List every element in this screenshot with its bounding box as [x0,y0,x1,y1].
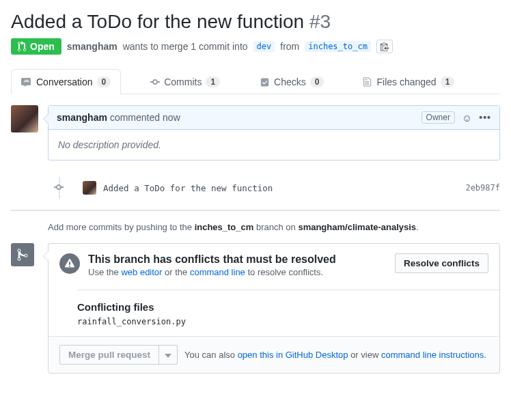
pr-number: #3 [309,11,331,32]
conflict-title: This branch has conflicts that must be r… [88,253,336,266]
chevron-down-icon [165,354,171,358]
tab-files-count: 1 [441,76,455,87]
commit-author-avatar[interactable] [83,181,96,195]
timeline-divider [11,210,500,211]
resolve-conflicts-button[interactable]: Resolve conflicts [395,253,488,273]
git-pull-request-icon [18,41,27,52]
comment-body: No description provided. [49,130,499,160]
tab-files-label: Files changed [376,76,436,87]
clipboard-icon [380,42,389,51]
tab-conversation[interactable]: Conversation 0 [11,69,121,94]
pr-author[interactable]: smangham [67,41,118,52]
commit-sha[interactable]: 2eb987f [465,183,500,193]
state-open-badge: Open [11,38,61,55]
copy-branch-button[interactable] [376,40,393,53]
merge-status-icon-box [11,243,34,266]
commit-icon [54,182,64,193]
commits-icon [150,76,160,87]
pr-meta: Open smangham wants to merge 1 commit in… [11,38,500,55]
merge-phrase-2: from [280,41,299,52]
merge-pr-dropdown[interactable] [159,345,178,365]
merge-footer: Merge pull request You can also open thi… [49,336,499,373]
tab-checks-count: 0 [310,76,324,87]
add-reaction-button[interactable]: ☺ [462,112,472,124]
merge-pr-button[interactable]: Merge pull request [59,345,159,365]
merge-panel: This branch has conflicts that must be r… [48,243,500,374]
pr-tabs: Conversation 0 Commits 1 Checks 0 Files … [11,68,500,94]
tab-commits-count: 1 [206,76,220,87]
tab-commits-label: Commits [164,76,202,87]
merge-footer-text: You can also open this in GitHub Desktop… [184,350,486,360]
tab-files[interactable]: Files changed 1 [353,69,465,94]
push-hint-repo: smangham/climate-analysis [298,222,416,232]
open-in-desktop-link[interactable]: open this in GitHub Desktop [238,350,348,360]
pr-title: Added a ToDo for the new function #3 [11,11,500,33]
state-label: Open [30,41,55,52]
web-editor-link[interactable]: web editor [121,267,162,277]
push-hint: Add more commits by pushing to the inche… [48,222,500,232]
conflicting-files-heading: Conflicting files [77,301,488,313]
commit-row: Added a ToDo for the new function 2eb987… [48,177,500,199]
git-merge-icon [17,248,28,262]
alert-icon [59,253,80,274]
comment-box: smangham commented now Owner ☺ ••• No de… [48,105,500,160]
conflicting-files-block: Conflicting files rainfall_conversion.py [77,290,499,336]
tab-checks-label: Checks [274,76,306,87]
merge-phrase-1: wants to merge 1 commit into [123,41,248,52]
comment-actions-menu[interactable]: ••• [479,112,491,123]
files-icon [363,76,372,87]
author-avatar[interactable] [11,105,38,132]
command-line-link[interactable]: command line [190,267,245,277]
checks-icon [260,76,270,87]
timeline: smangham commented now Owner ☺ ••• No de… [48,105,500,374]
pr-title-text: Added a ToDo for the new function [11,11,304,32]
head-branch[interactable]: inches_to_cm [305,41,371,52]
conflict-subtitle: Use the web editor or the command line t… [88,267,336,277]
cli-instructions-link[interactable]: command line instructions [381,350,484,360]
comment-action: commented [110,112,160,123]
push-hint-branch: inches_to_cm [195,222,254,232]
base-branch[interactable]: dev [253,41,275,52]
comment-header: smangham commented now Owner ☺ ••• [49,106,499,130]
tab-conversation-count: 0 [97,76,111,87]
comment-author[interactable]: smangham [57,112,107,123]
comment-time[interactable]: now [163,112,180,123]
tab-checks[interactable]: Checks 0 [249,69,334,94]
tab-commits[interactable]: Commits 1 [140,69,230,94]
tab-conversation-label: Conversation [36,76,93,87]
merge-button-group: Merge pull request [59,345,178,365]
owner-badge: Owner [422,111,455,124]
conflicting-file[interactable]: rainfall_conversion.py [77,317,488,326]
commit-message[interactable]: Added a ToDo for the new function [103,183,458,193]
conversation-icon [21,77,32,87]
